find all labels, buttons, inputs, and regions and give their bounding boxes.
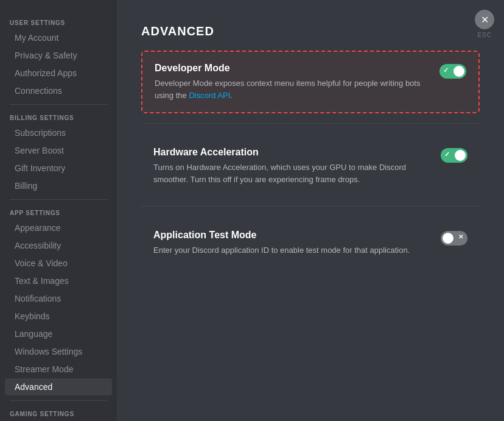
setting-title-developer-mode: Developer Mode [155,63,427,74]
sidebar-item-accessibility[interactable]: Accessibility [5,237,112,254]
toggle-hardware-acceleration[interactable] [441,148,467,163]
setting-desc-application-test-mode: Enter your Discord application ID to ena… [153,244,429,256]
sidebar-item-connections[interactable]: Connections [5,82,112,99]
sidebar-divider [10,104,107,105]
sidebar-item-notifications[interactable]: Notifications [5,290,112,307]
setting-card-inner-application-test-mode: Application Test ModeEnter your Discord … [153,230,429,256]
sidebar-divider [10,400,107,401]
setting-desc-hardware-acceleration: Turns on Hardware Acceleration, which us… [153,161,429,185]
sidebar-item-keybinds[interactable]: Keybinds [5,308,112,325]
sidebar-item-authorized-apps[interactable]: Authorized Apps [5,65,112,82]
setting-card-application-test-mode: Application Test ModeEnter your Discord … [141,219,480,267]
sidebar: User SettingsMy AccountPrivacy & SafetyA… [0,0,117,421]
main-content: ✕ ESC Advanced Developer ModeDeveloper M… [117,0,504,421]
sidebar-item-text-images[interactable]: Text & Images [5,272,112,289]
sidebar-item-billing[interactable]: Billing [5,177,112,194]
section-divider [141,123,480,124]
sidebar-item-gift-inventory[interactable]: Gift Inventory [5,160,112,177]
sidebar-item-streamer-mode[interactable]: Streamer Mode [5,361,112,378]
sidebar-divider [10,199,107,200]
toggle-application-test-mode[interactable] [441,231,467,246]
sidebar-section-label: User Settings [0,15,117,29]
setting-card-inner-developer-mode: Developer ModeDeveloper Mode exposes con… [155,63,427,101]
sidebar-section-label: App Settings [0,205,117,219]
settings-list: Developer ModeDeveloper Mode exposes con… [141,51,480,267]
sidebar-section-label: Billing Settings [0,110,117,124]
sidebar-item-server-boost[interactable]: Server Boost [5,142,112,159]
setting-title-hardware-acceleration: Hardware Acceleration [153,147,429,158]
toggle-developer-mode[interactable] [439,64,466,79]
setting-card-developer-mode: Developer ModeDeveloper Mode exposes con… [141,51,480,113]
discord-api-link[interactable]: Discord API [189,91,230,100]
toggle-knob-hardware-acceleration [455,150,466,161]
setting-title-application-test-mode: Application Test Mode [153,230,429,241]
sidebar-section-label: Gaming Settings [0,406,117,420]
page-title: Advanced [141,24,480,38]
setting-card-inner-hardware-acceleration: Hardware AccelerationTurns on Hardware A… [153,147,429,185]
sidebar-item-advanced[interactable]: Advanced [5,378,112,395]
setting-desc-developer-mode: Developer Mode exposes context menu item… [155,77,427,101]
section-divider [141,206,480,207]
sidebar-item-my-account[interactable]: My Account [5,29,112,46]
sidebar-item-subscriptions[interactable]: Subscriptions [5,124,112,141]
sidebar-item-language[interactable]: Language [5,325,112,342]
toggle-knob-application-test-mode [443,233,453,244]
close-label: ESC [477,32,492,38]
setting-card-hardware-acceleration: Hardware AccelerationTurns on Hardware A… [141,136,480,196]
toggle-knob-developer-mode [453,66,464,77]
sidebar-item-privacy-safety[interactable]: Privacy & Safety [5,47,112,64]
sidebar-item-windows-settings[interactable]: Windows Settings [5,343,112,360]
sidebar-item-appearance[interactable]: Appearance [5,219,112,236]
sidebar-item-voice-video[interactable]: Voice & Video [5,255,112,272]
close-button[interactable]: ✕ [475,10,494,29]
